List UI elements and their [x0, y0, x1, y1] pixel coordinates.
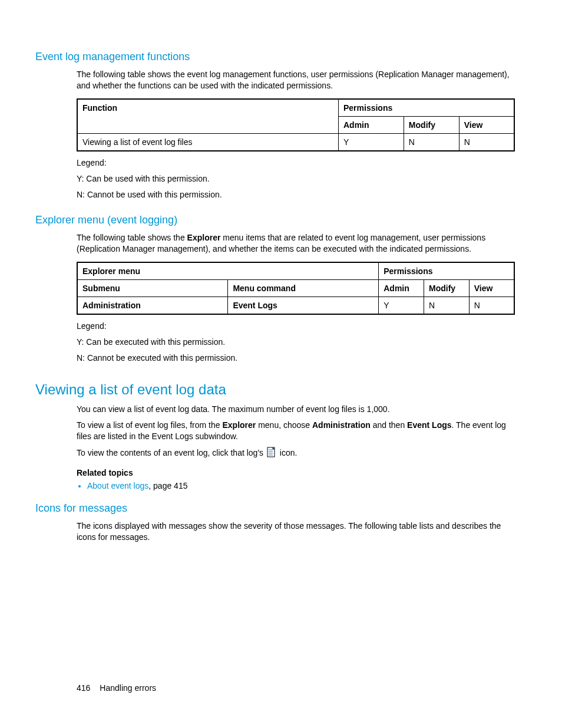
heading-viewing-list-event-log-data: Viewing a list of event log data	[35, 381, 515, 398]
text: To view a list of event log files, from …	[77, 420, 222, 430]
td-function: Viewing a list of event log files	[77, 133, 339, 151]
text: and then	[371, 420, 407, 430]
related-topics-heading: Related topics	[77, 468, 515, 477]
legend-y: Y: Can be executed with this permission.	[77, 337, 515, 348]
text: menu, choose	[256, 420, 312, 430]
section3-p1: You can view a list of event log data. T…	[77, 404, 515, 415]
th-admin: Admin	[339, 116, 404, 133]
section3-p3: To view the contents of an event log, cl…	[77, 447, 515, 460]
td-view: N	[469, 297, 514, 315]
legend-title: Legend:	[77, 321, 515, 332]
th-permissions: Permissions	[339, 99, 515, 117]
text-bold: Administration	[312, 420, 371, 430]
td-submenu: Administration	[77, 297, 228, 315]
section3-p2: To view a list of event log files, from …	[77, 420, 515, 442]
legend-n: N: Cannot be used with this permission.	[77, 189, 515, 200]
table-row: Function Permissions	[77, 99, 514, 117]
legend-n: N: Cannot be executed with this permissi…	[77, 353, 515, 364]
td-view: N	[459, 133, 514, 151]
th-submenu: Submenu	[77, 280, 228, 297]
th-menucmd: Menu command	[228, 280, 379, 297]
table-event-log-functions: Function Permissions Admin Modify View V…	[77, 98, 515, 151]
section4-p1: The icons displayed with messages show t…	[77, 521, 515, 543]
td-admin: Y	[339, 133, 404, 151]
td-admin: Y	[379, 297, 424, 315]
th-view: View	[469, 280, 514, 297]
th-explorer-menu: Explorer menu	[77, 262, 379, 280]
table-row: Administration Event Logs Y N N	[77, 297, 514, 315]
text: To view the contents of an event log, cl…	[77, 448, 266, 457]
th-admin: Admin	[379, 280, 424, 297]
link-about-event-logs[interactable]: About event logs	[87, 481, 148, 490]
heading-icons-for-messages: Icons for messages	[35, 502, 515, 515]
document-icon	[267, 447, 276, 460]
table-row: Explorer menu Permissions	[77, 262, 514, 280]
th-modify: Modify	[404, 116, 459, 133]
td-modify: N	[404, 133, 459, 151]
related-topics-list: About event logs, page 415	[77, 481, 515, 490]
text: , page 415	[148, 481, 187, 490]
td-menucmd: Event Logs	[228, 297, 379, 315]
th-view: View	[459, 116, 514, 133]
list-item: About event logs, page 415	[87, 481, 515, 490]
text-bold: Explorer	[187, 233, 221, 242]
legend-title: Legend:	[77, 157, 515, 169]
th-function: Function	[77, 99, 339, 134]
heading-explorer-menu-event-logging: Explorer menu (event logging)	[35, 214, 515, 226]
legend-y: Y: Can be used with this permission.	[77, 173, 515, 185]
text-bold: Event Logs	[407, 420, 451, 430]
table-row: Viewing a list of event log files Y N N	[77, 133, 514, 151]
text-bold: Explorer	[222, 420, 256, 430]
page-footer: 416Handling errors	[77, 683, 156, 693]
table-row: Submenu Menu command Admin Modify View	[77, 280, 514, 297]
td-modify: N	[424, 297, 470, 315]
th-modify: Modify	[424, 280, 470, 297]
section1-intro: The following table shows the event log …	[77, 69, 515, 91]
table-explorer-menu: Explorer menu Permissions Submenu Menu c…	[77, 262, 515, 315]
text: The following table shows the	[77, 233, 187, 242]
footer-title: Handling errors	[100, 683, 156, 693]
heading-event-log-management-functions: Event log management functions	[35, 51, 515, 63]
th-permissions: Permissions	[379, 262, 514, 280]
page-number: 416	[77, 683, 90, 693]
section2-intro: The following table shows the Explorer m…	[77, 232, 515, 255]
text: icon.	[277, 448, 297, 457]
